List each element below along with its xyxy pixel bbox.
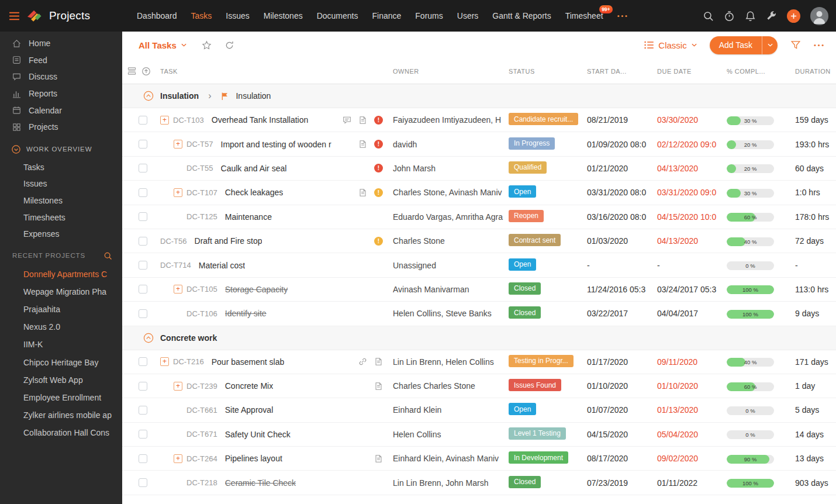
expand-subtasks-button[interactable]: + (160, 357, 169, 366)
task-title[interactable]: Pour basement slab (212, 357, 285, 367)
expand-subtasks-button[interactable]: + (174, 454, 182, 463)
task-title[interactable]: Ceramic Tile Check (225, 478, 296, 488)
status-badge[interactable]: Open (509, 258, 536, 271)
nav-item-timesheet[interactable]: Timesheet99+ (565, 11, 603, 20)
expand-subtasks-button[interactable]: + (174, 285, 182, 294)
collapse-group-icon[interactable] (143, 333, 154, 343)
status-badge[interactable]: Open (509, 403, 536, 415)
table-row[interactable]: +DC-T105Storage CapacityAvinash Manivarm… (122, 278, 836, 302)
column-header-status[interactable]: STATUS (509, 68, 587, 75)
recent-project-donnelly-apartments-c[interactable]: Donnelly Apartments C (0, 265, 122, 283)
task-title[interactable]: Check leakages (225, 188, 284, 197)
nav-item-milestones[interactable]: Milestones (264, 11, 303, 20)
work-overview-header[interactable]: WORK OVERVIEW (0, 140, 122, 159)
collapse-group-icon[interactable] (143, 91, 154, 101)
quick-add-button[interactable] (787, 9, 800, 23)
row-checkbox[interactable] (139, 164, 147, 172)
task-title[interactable]: Safety Unit Check (225, 430, 291, 439)
recent-project-nexus-2-0[interactable]: Nexus 2.0 (0, 318, 122, 336)
work-overview-item-timesheets[interactable]: Timesheets (0, 209, 122, 226)
table-row[interactable]: DC-T55Caulk and Air seal!John MarshQuali… (122, 157, 836, 181)
nav-item-gantt-reports[interactable]: Gantt & Reports (492, 11, 551, 20)
column-header-task[interactable]: TASK (160, 68, 393, 75)
add-task-button[interactable]: Add Task (710, 36, 762, 54)
table-row[interactable]: DC-T125MaintenanceEduardo Vargas, Amrith… (122, 205, 836, 229)
task-title[interactable]: Caulk and Air seal (221, 164, 287, 173)
work-overview-item-issues[interactable]: Issues (0, 175, 122, 192)
setup-icon[interactable] (766, 11, 777, 22)
row-checkbox[interactable] (139, 309, 147, 318)
recent-project-prajaahita[interactable]: Prajaahita (0, 301, 122, 318)
status-badge[interactable]: In Development (509, 451, 568, 464)
row-checkbox[interactable] (139, 478, 147, 487)
row-checkbox[interactable] (139, 212, 147, 221)
table-row[interactable]: +DC-T57Import and testing of wooden r!da… (122, 132, 836, 156)
status-badge[interactable]: In Progress (509, 137, 555, 150)
nav-item-finance[interactable]: Finance (372, 11, 402, 20)
hamburger-menu-icon[interactable] (9, 12, 20, 20)
favorite-view-icon[interactable] (202, 40, 212, 50)
status-badge[interactable]: Closed (509, 306, 541, 319)
row-checkbox[interactable] (139, 140, 147, 149)
sidebar-item-home[interactable]: Home (0, 35, 122, 52)
refresh-icon[interactable] (224, 40, 234, 50)
status-badge[interactable]: Contract sent (509, 234, 561, 246)
recent-project-wepage-migration-pha[interactable]: Wepage Migration Pha (0, 283, 122, 301)
user-avatar[interactable] (810, 7, 828, 25)
nav-item-documents[interactable]: Documents (317, 11, 358, 20)
nav-item-dashboard[interactable]: Dashboard (137, 11, 177, 20)
table-row[interactable]: +DC-T107Check leakages!Charles Stone, Av… (122, 181, 836, 205)
sidebar-item-calendar[interactable]: Calendar (0, 102, 122, 119)
sidebar-item-reports[interactable]: Reports (0, 85, 122, 102)
task-title[interactable]: Concrete Mix (225, 381, 273, 391)
work-overview-item-expenses[interactable]: Expenses (0, 226, 122, 243)
status-badge[interactable]: Candidate recruit... (509, 113, 578, 125)
nav-item-issues[interactable]: Issues (226, 11, 249, 20)
status-badge[interactable]: Testing in Progr... (509, 355, 574, 367)
status-badge[interactable]: Qualified (509, 161, 547, 174)
sidebar-item-projects[interactable]: Projects (0, 119, 122, 136)
table-row[interactable]: DC-T661Site ApprovalEinhard KleinOpen01/… (122, 398, 836, 422)
expand-subtasks-button[interactable]: + (174, 140, 182, 149)
row-checkbox[interactable] (139, 285, 147, 294)
task-title[interactable]: Maintenance (225, 212, 272, 222)
status-badge[interactable]: Closed (509, 476, 541, 488)
milestone-name[interactable]: Insulation (236, 91, 271, 101)
sort-order-icon[interactable] (141, 67, 151, 76)
task-title[interactable]: Import and testing of wooden r (221, 140, 331, 149)
table-row[interactable]: +DC-T239Concrete MixCharles Charles Ston… (122, 374, 836, 398)
nav-item-users[interactable]: Users (457, 11, 479, 20)
row-checkbox[interactable] (139, 261, 147, 270)
toolbar-more-icon[interactable] (814, 44, 824, 47)
sidebar-item-feed[interactable]: Feed (0, 52, 122, 69)
add-task-menu-button[interactable] (762, 36, 778, 54)
row-checkbox[interactable] (139, 454, 147, 463)
status-badge[interactable]: Level 1 Testing (509, 427, 566, 440)
task-title[interactable]: Draft and Fire stop (195, 236, 262, 246)
recent-project-collaboration-hall-cons[interactable]: Collaboration Hall Cons (0, 424, 122, 441)
table-row[interactable]: DC-T218Ceramic Tile CheckLin Lin Brenn, … (122, 471, 836, 495)
row-checkbox[interactable] (139, 357, 147, 366)
project-search-icon[interactable] (103, 251, 112, 260)
recent-project-zylsoft-web-app[interactable]: Zylsoft Web App (0, 371, 122, 389)
column-header-owner[interactable]: OWNER (393, 68, 509, 75)
recent-project-employee-enrollment[interactable]: Employee Enrollment (0, 389, 122, 406)
nav-more-icon[interactable] (617, 15, 627, 18)
row-checkbox[interactable] (139, 430, 147, 439)
nav-item-tasks[interactable]: Tasks (191, 11, 212, 20)
task-title[interactable]: Pipelines layout (225, 454, 282, 463)
task-title[interactable]: Material cost (199, 261, 245, 270)
table-row[interactable]: DC-T714Material costUnassignedOpen--0 %- (122, 253, 836, 277)
notifications-icon[interactable] (745, 11, 756, 22)
table-row[interactable]: +DC-T216Pour basement slabLin Lin Brenn,… (122, 350, 836, 374)
flat-view-icon[interactable] (127, 67, 136, 75)
row-checkbox[interactable] (139, 116, 147, 125)
tasklist-name[interactable]: Concrete work (160, 333, 217, 343)
recent-project-zylker-airlines-mobile-ap[interactable]: Zylker airlines mobile ap (0, 406, 122, 424)
recent-project-chipco-heritage-bay[interactable]: Chipco Heritage Bay (0, 353, 122, 371)
view-selector-dropdown[interactable]: Classic (644, 40, 696, 50)
work-overview-item-milestones[interactable]: Milestones (0, 192, 122, 209)
status-badge[interactable]: Reopen (509, 210, 544, 222)
sidebar-item-discuss[interactable]: Discuss (0, 68, 122, 85)
task-title[interactable]: Storage Capacity (225, 285, 288, 294)
